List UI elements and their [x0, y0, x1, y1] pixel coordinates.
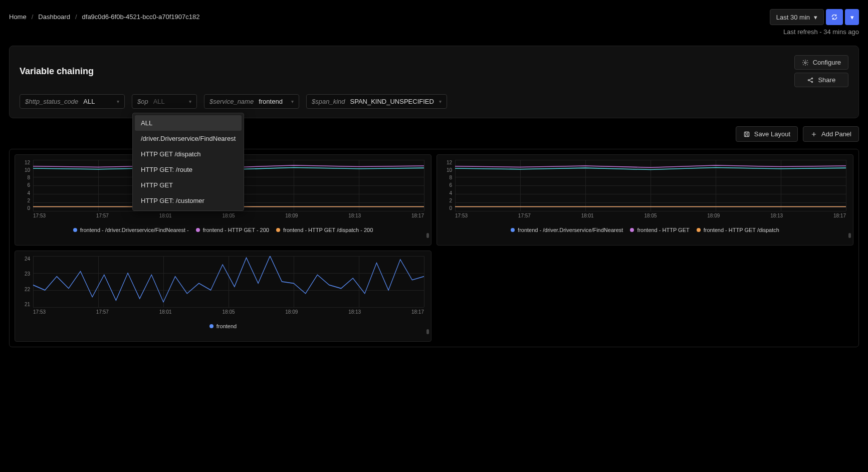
filter-http-status[interactable]: $http_status_code ALL: [20, 94, 125, 109]
gear-icon: [802, 59, 809, 66]
x-tick: 17:53: [455, 213, 468, 218]
filter-service-name[interactable]: $service_name frontend: [204, 94, 299, 109]
x-tick: 18:05: [222, 213, 235, 218]
dropdown-item[interactable]: HTTP GET: [135, 177, 242, 193]
scroll-thumb[interactable]: [426, 329, 429, 334]
time-range-selector[interactable]: Last 30 min: [770, 9, 824, 25]
y-tick: 2: [441, 198, 454, 203]
refresh-button[interactable]: [826, 9, 843, 25]
dropdown-item[interactable]: HTTP GET: /route: [135, 162, 242, 177]
y-tick: 23: [19, 271, 32, 277]
filter-placeholder: ALL: [153, 98, 165, 105]
dropdown-item[interactable]: HTTP GET: /customer: [135, 193, 242, 208]
x-tick: 18:01: [159, 309, 172, 315]
legend-item[interactable]: frontend: [209, 323, 237, 329]
y-tick: 4: [441, 190, 454, 196]
x-tick: 17:57: [96, 213, 109, 218]
legend-swatch-icon: [209, 324, 213, 328]
y-tick: 12: [19, 160, 32, 165]
chevron-down-icon: [850, 14, 854, 21]
breadcrumb-home[interactable]: Home: [9, 13, 27, 21]
y-tick: 6: [19, 182, 32, 188]
svg-point-3: [812, 81, 813, 82]
x-tick: 18:17: [411, 213, 424, 218]
x-tick: 17:57: [96, 309, 109, 315]
legend-item[interactable]: frontend - /driver.Driverservice/FindNea…: [73, 227, 189, 233]
filter-label: $service_name: [209, 98, 254, 105]
refresh-interval-button[interactable]: [845, 9, 859, 25]
dropdown-item[interactable]: HTTP GET /dispatch: [135, 146, 242, 162]
op-dropdown: ALL/driver.Driverservice/FindNearestHTTP…: [132, 113, 244, 211]
breadcrumb-sep: /: [32, 13, 34, 21]
legend-swatch-icon: [276, 228, 280, 232]
scroll-thumb[interactable]: [426, 233, 429, 238]
y-tick: 6: [441, 182, 454, 188]
scroll-thumb[interactable]: [848, 233, 851, 238]
x-tick: 18:01: [581, 213, 594, 218]
filter-value: ALL: [83, 98, 95, 105]
legend-swatch-icon: [196, 228, 200, 232]
breadcrumb-sep: /: [75, 13, 77, 21]
configure-button[interactable]: Configure: [794, 55, 848, 70]
legend-item[interactable]: frontend - /driver.Driverservice/FindNea…: [511, 227, 623, 233]
x-tick: 18:13: [770, 213, 783, 218]
dropdown-item[interactable]: /driver.Driverservice/FindNearest: [135, 131, 242, 146]
x-tick: 18:17: [833, 213, 846, 218]
filter-op[interactable]: $op ALL ALL/driver.Driverservice/FindNea…: [132, 94, 197, 109]
filter-span-kind[interactable]: $span_kind SPAN_KIND_UNSPECIFIED: [306, 94, 447, 109]
y-tick: 8: [441, 175, 454, 180]
share-button[interactable]: Share: [794, 73, 848, 87]
legend-label: frontend - HTTP GET - 200: [203, 227, 269, 233]
svg-rect-4: [744, 132, 749, 136]
chevron-down-icon: [189, 99, 191, 104]
x-tick: 17:57: [518, 213, 531, 218]
breadcrumb: Home / Dashboard / dfa9c0d6-6f0b-4521-bc…: [9, 9, 199, 21]
x-tick: 18:13: [348, 213, 361, 218]
add-panel-label: Add Panel: [821, 130, 851, 138]
configure-label: Configure: [813, 59, 841, 66]
legend-label: frontend - /driver.Driverservice/FindNea…: [80, 227, 189, 233]
breadcrumb-dashboard[interactable]: Dashboard: [38, 13, 70, 21]
legend-item[interactable]: frontend - HTTP GET: [630, 227, 689, 233]
svg-point-1: [808, 79, 809, 80]
x-tick: 18:13: [348, 309, 361, 315]
y-tick: 2: [19, 198, 32, 203]
legend-item[interactable]: frontend - HTTP GET /dispatch: [697, 227, 779, 233]
card-title: Variable chaining: [20, 66, 94, 77]
y-tick: 22: [19, 287, 32, 292]
y-tick: 8: [19, 175, 32, 180]
x-tick: 18:05: [644, 213, 657, 218]
svg-point-0: [804, 62, 806, 64]
chevron-down-icon: [439, 99, 442, 104]
legend-label: frontend - /driver.Driverservice/FindNea…: [518, 227, 623, 233]
filter-label: $span_kind: [312, 98, 345, 105]
x-tick: 17:53: [33, 213, 46, 218]
legend-swatch-icon: [697, 228, 701, 232]
chevron-down-icon: [117, 99, 119, 104]
legend-swatch-icon: [73, 228, 77, 232]
variable-card: Variable chaining Configure Share $http_…: [9, 46, 859, 118]
breadcrumb-id: dfa9c0d6-6f0b-4521-bcc0-a70f1907c182: [82, 13, 200, 21]
filter-label: $op: [137, 98, 148, 105]
x-tick: 18:09: [285, 309, 298, 315]
dropdown-item[interactable]: ALL: [135, 115, 242, 131]
y-tick: 10: [441, 167, 454, 173]
x-tick: 18:09: [707, 213, 720, 218]
filter-value: SPAN_KIND_UNSPECIFIED: [350, 98, 434, 105]
y-tick: 21: [19, 302, 32, 307]
add-panel-button[interactable]: Add Panel: [803, 126, 859, 142]
chart-panel: 12108642017:5317:5718:0118:0518:0918:131…: [437, 154, 853, 246]
time-range-label: Last 30 min: [776, 14, 810, 21]
svg-point-2: [812, 78, 813, 79]
legend-item[interactable]: frontend - HTTP GET /dispatch - 200: [276, 227, 373, 233]
filter-row: $http_status_code ALL $op ALL ALL/driver…: [20, 94, 848, 109]
filter-label: $http_status_code: [25, 98, 78, 105]
save-layout-button[interactable]: Save Layout: [736, 126, 798, 142]
y-tick: 4: [19, 190, 32, 196]
chart-panel: 2423222117:5317:5718:0118:0518:0918:1318…: [15, 251, 431, 342]
plus-icon: [810, 131, 817, 138]
legend-item[interactable]: frontend - HTTP GET - 200: [196, 227, 269, 233]
y-tick: 10: [19, 167, 32, 173]
legend-swatch-icon: [630, 228, 634, 232]
refresh-icon: [831, 14, 838, 21]
